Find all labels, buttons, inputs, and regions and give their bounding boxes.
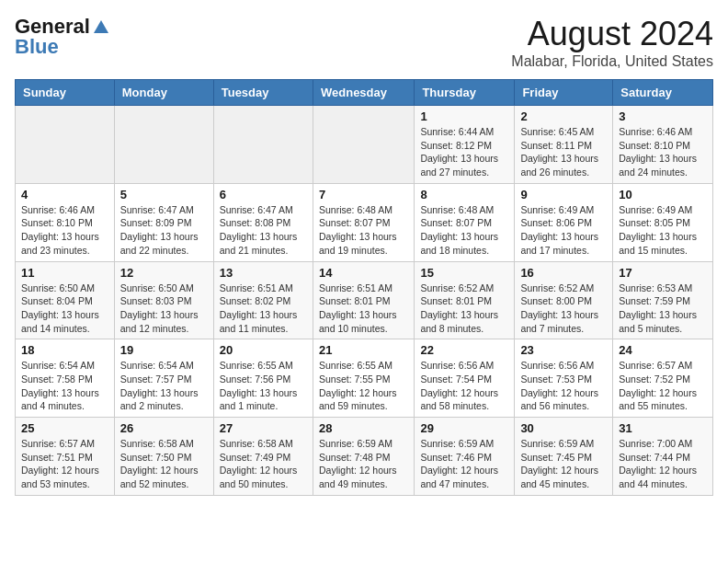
calendar-cell: 23Sunrise: 6:56 AM Sunset: 7:53 PM Dayli… — [515, 339, 613, 418]
calendar-cell: 24Sunrise: 6:57 AM Sunset: 7:52 PM Dayli… — [613, 339, 713, 418]
calendar-cell: 6Sunrise: 6:47 AM Sunset: 8:08 PM Daylig… — [213, 183, 313, 261]
calendar-cell — [213, 106, 313, 184]
calendar-cell: 29Sunrise: 6:59 AM Sunset: 7:46 PM Dayli… — [415, 418, 515, 496]
day-number: 19 — [120, 343, 208, 357]
day-number: 2 — [520, 109, 607, 123]
calendar-cell: 17Sunrise: 6:53 AM Sunset: 7:59 PM Dayli… — [613, 261, 713, 339]
calendar-cell: 16Sunrise: 6:52 AM Sunset: 8:00 PM Dayli… — [515, 261, 613, 339]
day-info: Sunrise: 6:56 AM Sunset: 7:54 PM Dayligh… — [420, 359, 508, 413]
day-info: Sunrise: 6:52 AM Sunset: 8:00 PM Dayligh… — [520, 282, 607, 336]
calendar-cell: 1Sunrise: 6:44 AM Sunset: 8:12 PM Daylig… — [415, 106, 515, 184]
day-number: 21 — [319, 343, 408, 357]
day-info: Sunrise: 6:50 AM Sunset: 8:04 PM Dayligh… — [21, 282, 108, 336]
calendar: SundayMondayTuesdayWednesdayThursdayFrid… — [15, 79, 713, 496]
week-row-4: 18Sunrise: 6:54 AM Sunset: 7:58 PM Dayli… — [16, 339, 713, 418]
title-area: August 2024 Malabar, Florida, United Sta… — [511, 15, 713, 70]
day-info: Sunrise: 6:59 AM Sunset: 7:46 PM Dayligh… — [420, 437, 508, 491]
day-number: 5 — [120, 188, 208, 201]
weekday-sunday: Sunday — [16, 80, 115, 106]
day-number: 17 — [619, 266, 707, 280]
day-info: Sunrise: 6:51 AM Sunset: 8:02 PM Dayligh… — [220, 282, 307, 336]
day-number: 22 — [420, 343, 508, 357]
week-row-2: 4Sunrise: 6:46 AM Sunset: 8:10 PM Daylig… — [16, 183, 713, 261]
calendar-cell: 15Sunrise: 6:52 AM Sunset: 8:01 PM Dayli… — [415, 261, 515, 339]
day-number: 20 — [220, 343, 307, 357]
calendar-cell: 18Sunrise: 6:54 AM Sunset: 7:58 PM Dayli… — [16, 339, 115, 418]
calendar-cell: 12Sunrise: 6:50 AM Sunset: 8:03 PM Dayli… — [114, 261, 213, 339]
logo-blue: Blue — [15, 35, 59, 59]
calendar-cell — [114, 106, 213, 184]
day-info: Sunrise: 6:46 AM Sunset: 8:10 PM Dayligh… — [619, 125, 707, 179]
day-number: 28 — [319, 421, 408, 435]
day-info: Sunrise: 6:48 AM Sunset: 8:07 PM Dayligh… — [319, 203, 408, 258]
day-info: Sunrise: 6:52 AM Sunset: 8:01 PM Dayligh… — [420, 282, 508, 336]
day-number: 1 — [420, 109, 508, 123]
day-number: 24 — [619, 343, 707, 357]
day-number: 10 — [619, 188, 707, 201]
day-info: Sunrise: 6:54 AM Sunset: 7:57 PM Dayligh… — [120, 359, 208, 413]
day-info: Sunrise: 6:45 AM Sunset: 8:11 PM Dayligh… — [520, 125, 607, 179]
calendar-header: SundayMondayTuesdayWednesdayThursdayFrid… — [16, 80, 713, 106]
logo: General Blue — [15, 15, 108, 59]
calendar-cell: 10Sunrise: 6:49 AM Sunset: 8:05 PM Dayli… — [613, 183, 713, 261]
subtitle: Malabar, Florida, United States — [511, 53, 713, 70]
day-number: 29 — [420, 421, 508, 435]
day-info: Sunrise: 6:47 AM Sunset: 8:09 PM Dayligh… — [120, 203, 208, 258]
day-number: 4 — [21, 188, 108, 201]
day-info: Sunrise: 6:58 AM Sunset: 7:49 PM Dayligh… — [220, 437, 307, 491]
week-row-3: 11Sunrise: 6:50 AM Sunset: 8:04 PM Dayli… — [16, 261, 713, 339]
day-number: 8 — [420, 188, 508, 201]
day-info: Sunrise: 6:58 AM Sunset: 7:50 PM Dayligh… — [120, 437, 208, 491]
day-info: Sunrise: 6:56 AM Sunset: 7:53 PM Dayligh… — [520, 359, 607, 413]
calendar-cell: 13Sunrise: 6:51 AM Sunset: 8:02 PM Dayli… — [213, 261, 313, 339]
day-info: Sunrise: 6:55 AM Sunset: 7:56 PM Dayligh… — [220, 359, 307, 413]
day-info: Sunrise: 6:53 AM Sunset: 7:59 PM Dayligh… — [619, 282, 707, 336]
calendar-cell: 30Sunrise: 6:59 AM Sunset: 7:45 PM Dayli… — [515, 418, 613, 496]
day-info: Sunrise: 6:51 AM Sunset: 8:01 PM Dayligh… — [319, 282, 408, 336]
day-info: Sunrise: 6:54 AM Sunset: 7:58 PM Dayligh… — [21, 359, 108, 413]
calendar-cell: 21Sunrise: 6:55 AM Sunset: 7:55 PM Dayli… — [313, 339, 414, 418]
day-info: Sunrise: 6:57 AM Sunset: 7:52 PM Dayligh… — [619, 359, 707, 413]
day-number: 30 — [520, 421, 607, 435]
day-number: 3 — [619, 109, 707, 123]
calendar-cell: 19Sunrise: 6:54 AM Sunset: 7:57 PM Dayli… — [114, 339, 213, 418]
calendar-cell: 28Sunrise: 6:59 AM Sunset: 7:48 PM Dayli… — [313, 418, 414, 496]
day-number: 11 — [21, 266, 108, 280]
day-info: Sunrise: 7:00 AM Sunset: 7:44 PM Dayligh… — [619, 437, 707, 491]
day-number: 13 — [220, 266, 307, 280]
day-number: 26 — [120, 421, 208, 435]
day-info: Sunrise: 6:44 AM Sunset: 8:12 PM Dayligh… — [420, 125, 508, 179]
day-info: Sunrise: 6:48 AM Sunset: 8:07 PM Dayligh… — [420, 203, 508, 258]
calendar-cell: 22Sunrise: 6:56 AM Sunset: 7:54 PM Dayli… — [415, 339, 515, 418]
day-info: Sunrise: 6:50 AM Sunset: 8:03 PM Dayligh… — [120, 282, 208, 336]
weekday-friday: Friday — [515, 80, 613, 106]
day-number: 9 — [520, 188, 607, 201]
day-number: 25 — [21, 421, 108, 435]
calendar-cell: 20Sunrise: 6:55 AM Sunset: 7:56 PM Dayli… — [213, 339, 313, 418]
calendar-cell: 14Sunrise: 6:51 AM Sunset: 8:01 PM Dayli… — [313, 261, 414, 339]
day-info: Sunrise: 6:49 AM Sunset: 8:06 PM Dayligh… — [520, 203, 607, 258]
day-info: Sunrise: 6:59 AM Sunset: 7:45 PM Dayligh… — [520, 437, 607, 491]
day-info: Sunrise: 6:46 AM Sunset: 8:10 PM Dayligh… — [21, 203, 108, 258]
calendar-cell — [16, 106, 115, 184]
main-title: August 2024 — [511, 15, 713, 53]
day-number: 27 — [220, 421, 307, 435]
calendar-cell — [313, 106, 414, 184]
calendar-cell: 7Sunrise: 6:48 AM Sunset: 8:07 PM Daylig… — [313, 183, 414, 261]
weekday-saturday: Saturday — [613, 80, 713, 106]
day-number: 16 — [520, 266, 607, 280]
day-info: Sunrise: 6:57 AM Sunset: 7:51 PM Dayligh… — [21, 437, 108, 491]
day-number: 23 — [520, 343, 607, 357]
calendar-cell: 3Sunrise: 6:46 AM Sunset: 8:10 PM Daylig… — [613, 106, 713, 184]
calendar-cell: 27Sunrise: 6:58 AM Sunset: 7:49 PM Dayli… — [213, 418, 313, 496]
week-row-1: 1Sunrise: 6:44 AM Sunset: 8:12 PM Daylig… — [16, 106, 713, 184]
header: General Blue August 2024 Malabar, Florid… — [15, 15, 713, 70]
weekday-monday: Monday — [114, 80, 213, 106]
week-row-5: 25Sunrise: 6:57 AM Sunset: 7:51 PM Dayli… — [16, 418, 713, 496]
day-info: Sunrise: 6:49 AM Sunset: 8:05 PM Dayligh… — [619, 203, 707, 258]
day-number: 14 — [319, 266, 408, 280]
calendar-cell: 4Sunrise: 6:46 AM Sunset: 8:10 PM Daylig… — [16, 183, 115, 261]
day-number: 6 — [220, 188, 307, 201]
weekday-tuesday: Tuesday — [213, 80, 313, 106]
weekday-wednesday: Wednesday — [313, 80, 414, 106]
